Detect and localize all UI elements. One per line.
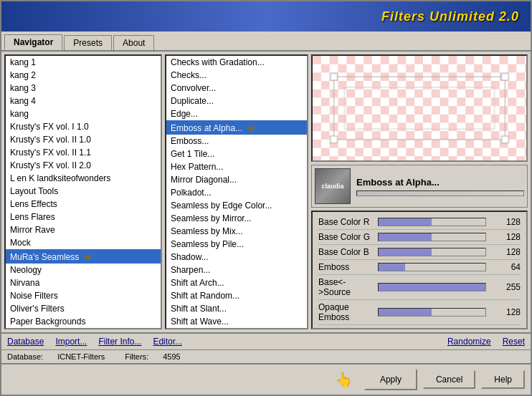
param-row-base-color-r: Base Color R 128: [318, 215, 521, 230]
tab-bar: Navigator Presets About: [1, 32, 531, 52]
list-item[interactable]: Neology: [6, 264, 161, 276]
list-item[interactable]: kang: [6, 107, 161, 120]
filter-info-link[interactable]: Filter Info...: [98, 337, 141, 347]
filter-item[interactable]: Checks with Gradation...: [166, 56, 307, 69]
param-value: 128: [492, 247, 521, 257]
filter-panel: Checks with Gradation... Checks... Convo…: [165, 54, 308, 329]
filter-item[interactable]: Seamless by Mirror...: [166, 212, 307, 225]
title-text: Filters Unlimited 2.0: [381, 9, 519, 24]
apply-button[interactable]: Apply: [364, 369, 417, 390]
filter-item[interactable]: Shadow...: [166, 251, 307, 264]
import-link[interactable]: Import...: [55, 337, 87, 347]
filter-item[interactable]: Shift at Random...: [166, 289, 307, 302]
filter-item[interactable]: Edge...: [166, 107, 307, 120]
list-item[interactable]: Noise Filters: [6, 289, 161, 302]
param-bar[interactable]: [378, 218, 486, 226]
list-item[interactable]: Nirvana: [6, 276, 161, 289]
param-value: 128: [492, 232, 521, 242]
list-item[interactable]: Lens Effects: [6, 198, 161, 211]
hand-pointer-icon: 👆: [335, 371, 353, 388]
action-bar: 👆 Apply Cancel Help: [1, 363, 531, 395]
mura-arrow-icon: ◄: [82, 251, 92, 262]
param-value: 128: [492, 307, 521, 317]
filter-list-container: Checks with Gradation... Checks... Convo…: [166, 56, 307, 328]
param-bar[interactable]: [378, 248, 486, 256]
list-item-layout-tools[interactable]: Layout Tools: [6, 185, 161, 198]
filter-item[interactable]: Seamless by Edge Color...: [166, 199, 307, 212]
preview-area: [311, 54, 528, 162]
filter-item[interactable]: Emboss...: [166, 135, 307, 148]
filter-item[interactable]: Convolver...: [166, 82, 307, 95]
filter-item[interactable]: Shift at Slant...: [166, 302, 307, 315]
list-item[interactable]: Mock: [6, 236, 161, 249]
spacer: [194, 337, 436, 347]
list-item[interactable]: Krusty's FX vol. I 1.0: [6, 120, 161, 133]
param-bar[interactable]: [378, 308, 486, 317]
list-item[interactable]: L en K landksiteofwonders: [6, 172, 161, 185]
editor-link[interactable]: Editor...: [153, 337, 182, 347]
list-item[interactable]: kang 1: [6, 56, 161, 69]
param-label: Base Color B: [318, 247, 372, 257]
list-item[interactable]: Krusty's FX vol. II 1.1: [6, 146, 161, 159]
filter-item[interactable]: Sharpen...: [166, 264, 307, 276]
param-bar[interactable]: [378, 263, 486, 271]
filter-item-emboss-alpha[interactable]: Emboss at Alpha... ◄: [166, 120, 307, 135]
filter-item[interactable]: Shift at Wave...: [166, 315, 307, 328]
param-value: 255: [492, 282, 521, 292]
list-item-mura-seamless[interactable]: MuRa's Seamless ◄: [6, 249, 161, 264]
filter-item[interactable]: Hex Pattern...: [166, 160, 307, 173]
filters-label: Filters:: [125, 352, 148, 361]
tab-about[interactable]: About: [113, 35, 154, 50]
param-label: Emboss: [318, 262, 372, 272]
filter-item[interactable]: Duplicate...: [166, 95, 307, 107]
bottom-toolbar: Database Import... Filter Info... Editor…: [1, 332, 531, 349]
title-bar: Filters Unlimited 2.0: [1, 1, 531, 32]
filter-item[interactable]: Get 1 Tile...: [166, 148, 307, 160]
param-row-base-color-g: Base Color G 128: [318, 230, 521, 245]
param-row-base-color-b: Base Color B 128: [318, 245, 521, 260]
filter-item[interactable]: Mirror Diagonal...: [166, 173, 307, 186]
randomize-link[interactable]: Randomize: [447, 337, 491, 347]
database-value: ICNET-Filters: [57, 352, 105, 361]
filter-item[interactable]: Shift at Arch...: [166, 276, 307, 289]
param-bar[interactable]: [378, 233, 486, 241]
list-item[interactable]: Oliver's Filters: [6, 302, 161, 315]
list-item[interactable]: Mirror Rave: [6, 223, 161, 236]
status-bar: Database: ICNET-Filters Filters: 4595: [1, 349, 531, 363]
param-label: Base<->Source: [318, 277, 372, 297]
database-link[interactable]: Database: [7, 337, 44, 347]
filter-arrow-icon: ◄: [244, 122, 255, 133]
filters-value: 4595: [163, 352, 180, 361]
preview-canvas: [313, 56, 526, 160]
list-item[interactable]: Lens Flares: [6, 211, 161, 223]
param-row-base-source: Base<->Source 255: [318, 275, 521, 300]
list-item[interactable]: Krusty's FX vol. II 2.0: [6, 159, 161, 172]
param-row-opaque-emboss: Opaque Emboss 128: [318, 300, 521, 325]
param-label: Base Color G: [318, 232, 372, 242]
filter-list-scroll[interactable]: Checks with Gradation... Checks... Convo…: [166, 56, 307, 328]
params-area: Base Color R 128 Base Color G 128 Base C…: [311, 211, 528, 329]
category-list-container: kang 1 kang 2 kang 3 kang 4 kang Krusty'…: [6, 56, 161, 328]
cancel-button[interactable]: Cancel: [423, 370, 475, 389]
filter-item[interactable]: Checks...: [166, 69, 307, 82]
plugin-logo: claudia: [315, 168, 351, 204]
list-item-paper-backgrounds[interactable]: Paper Backgrounds: [6, 315, 161, 328]
list-item[interactable]: kang 4: [6, 95, 161, 107]
filter-item[interactable]: Polkadot...: [166, 186, 307, 199]
tab-presets[interactable]: Presets: [64, 35, 112, 50]
database-label: Database:: [7, 352, 43, 361]
param-bar[interactable]: [378, 283, 486, 291]
tab-navigator[interactable]: Navigator: [4, 34, 62, 50]
filter-item[interactable]: Seamless by Mix...: [166, 225, 307, 238]
filter-item-seamless-by-pile[interactable]: Seamless by Pile...: [166, 238, 307, 251]
category-list-scroll[interactable]: kang 1 kang 2 kang 3 kang 4 kang Krusty'…: [6, 56, 161, 328]
list-item[interactable]: Krusty's FX vol. II 1.0: [6, 133, 161, 146]
list-item[interactable]: kang 3: [6, 82, 161, 95]
param-value: 64: [492, 262, 521, 272]
main-window: Filters Unlimited 2.0 Navigator Presets …: [0, 0, 532, 396]
reset-link[interactable]: Reset: [503, 337, 525, 347]
param-label: Opaque Emboss: [318, 302, 372, 322]
param-value: 128: [492, 217, 521, 227]
list-item[interactable]: kang 2: [6, 69, 161, 82]
help-button[interactable]: Help: [481, 370, 525, 389]
